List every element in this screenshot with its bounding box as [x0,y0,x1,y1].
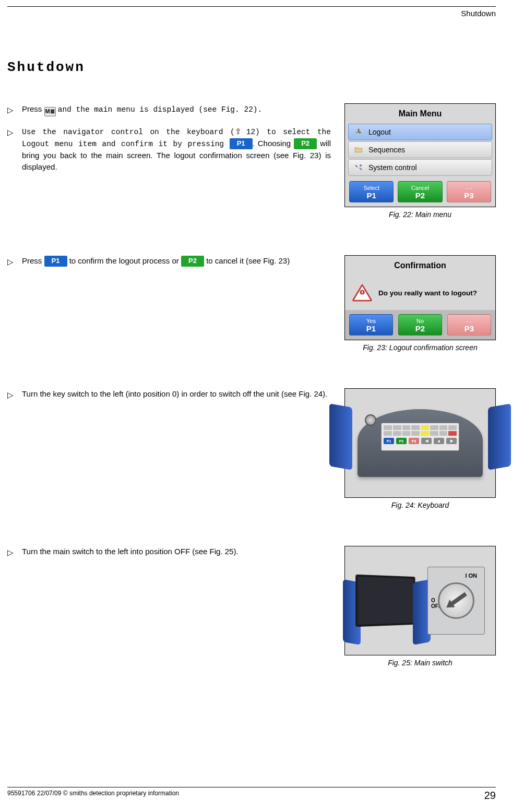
bullet-icon: ▷ [7,103,16,116]
running-header: Shutdown [7,9,496,18]
bullet-icon: ▷ [7,546,16,558]
left-wing-icon [329,403,352,470]
p2-key-icon: P2 [181,256,204,267]
p1-key-icon: P1 [44,256,67,267]
step-3: Press P1 to confirm the logout process o… [22,255,331,268]
figure-25-main-switch: I ON OOFF [344,546,496,655]
figure-22-main-menu: Main Menu Logout Sequences System contro… [344,103,496,207]
no-p2-button[interactable]: NoP2 [398,314,442,336]
figure-24-caption: Fig. 24: Keyboard [344,501,496,509]
confirmation-message: Do you really want to logout? [378,289,477,297]
switch-on-label: I ON [465,572,477,579]
svg-point-2 [362,294,363,295]
bullet-icon: ▷ [7,255,16,268]
main-menu-title: Main Menu [345,104,495,124]
footer-left: 95591706 22/07/09 © smiths detection pro… [7,790,179,802]
monitor-icon [355,576,418,626]
step-4: Turn the key switch to the left (into po… [22,388,331,401]
step-5: Turn the main switch to the left into po… [22,546,331,558]
folder-icon [354,145,363,154]
confirmation-title: Confirmation [345,256,495,276]
main-switch: I ON OOFF [427,567,485,635]
step-1: Press M≣ and the main menu is displayed … [22,103,331,116]
figure-22-caption: Fig. 22: Main menu [344,210,496,219]
page-footer: 95591706 22/07/09 © smiths detection pro… [7,787,496,802]
figure-23-confirmation: Confirmation Do you really want to logou… [344,255,496,340]
figure-25-caption: Fig. 25: Main switch [344,659,496,667]
page-number: 29 [484,790,496,802]
step-2: Use the navigator control on the keyboar… [22,126,331,173]
menu-item-logout[interactable]: Logout [348,124,492,140]
menu-key-icon: M≣ [44,107,56,116]
page-title: Shutdown [7,59,496,75]
bullet-icon: ▷ [7,126,16,173]
p1-key-icon: P1 [230,138,253,149]
menu-item-sequences[interactable]: Sequences [348,141,492,158]
key-switch-icon [365,414,376,426]
p3-button[interactable]: - -P3 [447,314,491,336]
bullet-icon: ▷ [7,388,16,401]
warning-icon [352,284,372,302]
yes-p1-button[interactable]: YesP1 [349,314,393,336]
p3-button[interactable]: - -P3 [447,181,491,202]
right-wing-icon [488,403,511,470]
keyboard-console: P1 P2 P3 ◀ ■ ▶ [358,409,483,477]
figure-24-keyboard: P1 P2 P3 ◀ ■ ▶ [344,388,496,498]
svg-point-0 [360,164,362,166]
rotary-knob-icon [438,582,474,619]
menu-item-system-control[interactable]: System control [348,159,492,176]
tools-icon [354,163,363,172]
select-p1-button[interactable]: SelectP1 [349,181,394,202]
cancel-p2-button[interactable]: CancelP2 [398,181,442,202]
figure-23-caption: Fig. 23: Logout confirmation screen [344,343,496,352]
logout-icon [354,127,363,137]
p2-key-icon: P2 [294,138,317,149]
